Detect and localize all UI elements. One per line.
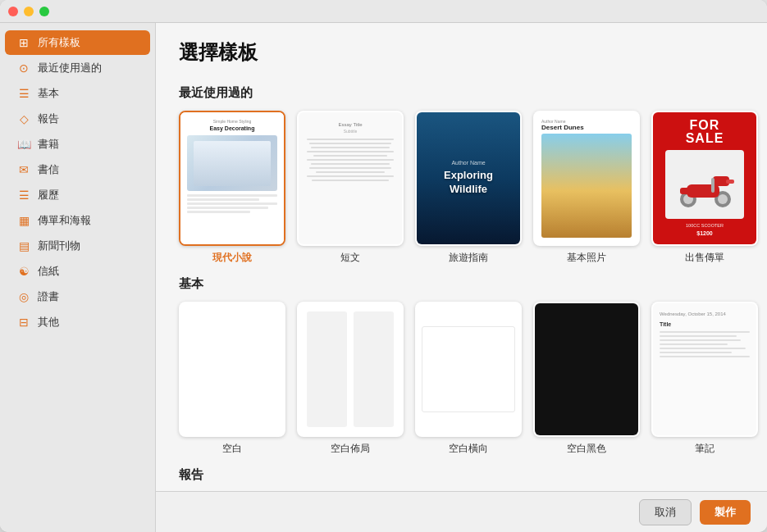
page-title: 選擇樣板 [179,39,744,66]
template-modern-novel[interactable]: Simple Home Styling Easy Decorating [179,111,285,265]
svg-rect-8 [726,180,734,184]
resume-icon: ☰ [16,189,31,202]
sidebar-item-all[interactable]: ⊞ 所有樣板 [5,30,150,55]
sidebar-item-label: 新聞刊物 [38,239,80,253]
template-thumb-blank[interactable] [179,302,285,437]
sidebar-item-cert[interactable]: ◎ 證書 [5,284,150,309]
minimize-button[interactable] [24,7,34,16]
basic-templates-row: 空白 空白佈局 [179,302,744,456]
titlebar [0,0,767,23]
template-label-blank-landscape: 空白橫向 [449,442,488,456]
close-button[interactable] [8,7,18,16]
diamond-icon: ◇ [16,112,31,125]
sidebar-item-label: 傳單和海報 [38,213,91,228]
sidebar: ⊞ 所有樣板 ⊙ 最近使用過的 ☰ 基本 ◇ 報告 📖 書籍 ✉ 書信 [0,23,156,532]
svg-rect-6 [711,178,714,193]
template-desert[interactable]: Author Name Desert Dunes 基本照片 [533,111,640,265]
main-content: ⊞ 所有樣板 ⊙ 最近使用過的 ☰ 基本 ◇ 報告 📖 書籍 ✉ 書信 [0,23,767,532]
template-label-essay: 短文 [340,251,360,265]
flyer-icon: ▦ [16,214,31,227]
sidebar-item-label: 信紙 [38,264,59,279]
right-panel: 選擇樣板 最近使用過的 Simple Home Styling Easy Dec… [156,23,767,532]
template-notes[interactable]: Wednesday, October 15, 2014 Title [651,302,758,456]
sidebar-item-news[interactable]: ▤ 新聞刊物 [5,234,150,258]
template-label-forsale: 出售傳單 [685,251,724,265]
news-icon: ▤ [16,239,31,252]
template-thumb-forsale[interactable]: FORSALE [651,111,758,246]
create-button[interactable]: 製作 [700,500,751,525]
recent-templates-row: Simple Home Styling Easy Decorating [179,111,744,265]
sidebar-item-resume[interactable]: ☰ 履歷 [5,183,150,207]
template-label-modern-novel: 現代小說 [212,251,252,265]
sidebar-item-basic[interactable]: ☰ 基本 [5,81,150,106]
stationery-icon: ☯ [16,265,31,278]
template-thumb-notes[interactable]: Wednesday, October 15, 2014 Title [651,302,758,437]
template-thumb-blank-layout[interactable] [297,302,404,437]
section-report-label: 報告 [179,467,744,483]
template-forsale[interactable]: FORSALE [651,111,758,265]
template-label-desert: 基本照片 [567,251,606,265]
sidebar-item-book[interactable]: 📖 書籍 [5,132,150,157]
template-blank-layout[interactable]: 空白佈局 [297,302,404,456]
svg-point-3 [718,194,728,204]
letter-icon: ✉ [16,163,31,176]
sidebar-item-letter[interactable]: ✉ 書信 [5,157,150,182]
sidebar-item-label: 證書 [38,289,59,304]
template-label-blank-black: 空白黑色 [567,442,606,456]
section-recent-label: 最近使用過的 [179,85,744,101]
template-thumb-essay[interactable]: Essay Title Subtitle [297,111,404,246]
template-thumb-desert[interactable]: Author Name Desert Dunes [533,111,640,246]
other-icon: ⊟ [16,316,31,329]
clock-icon: ⊙ [16,61,31,75]
sidebar-item-label: 所有樣板 [38,35,80,50]
list-icon: ☰ [16,87,31,100]
cancel-button[interactable]: 取消 [639,499,692,525]
template-thumb-modern-novel[interactable]: Simple Home Styling Easy Decorating [179,111,285,246]
sidebar-item-label: 書籍 [38,137,59,152]
book-icon: 📖 [16,138,31,151]
template-blank-black[interactable]: 空白黑色 [533,302,640,456]
zoom-button[interactable] [39,7,49,16]
grid-icon: ⊞ [16,36,31,49]
template-label-blank: 空白 [222,442,242,456]
sidebar-item-flyer[interactable]: ▦ 傳單和海報 [5,208,150,233]
template-thumb-blank-landscape[interactable] [415,302,522,437]
footer: 取消 製作 [156,491,767,532]
section-basic-label: 基本 [179,276,744,292]
cert-icon: ◎ [16,290,31,303]
svg-rect-7 [680,188,690,194]
sidebar-item-report[interactable]: ◇ 報告 [5,107,150,131]
template-thumb-travel[interactable]: Author Name ExploringWildlife [415,111,522,246]
sidebar-item-other[interactable]: ⊟ 其他 [5,310,150,334]
template-essay[interactable]: Essay Title Subtitle [297,111,404,265]
template-label-travel: 旅遊指南 [449,251,488,265]
sidebar-item-label: 其他 [38,315,59,330]
template-label-blank-layout: 空白佈局 [331,442,370,456]
sidebar-item-label: 報告 [38,111,59,126]
template-thumb-blank-black[interactable] [533,302,640,437]
template-label-notes: 筆記 [695,442,714,456]
sidebar-item-label: 書信 [38,162,59,177]
template-blank[interactable]: 空白 [179,302,285,456]
template-blank-landscape[interactable]: 空白橫向 [415,302,522,456]
panel-header: 選擇樣板 [156,23,767,74]
panel-scroll: 最近使用過的 Simple Home Styling Easy Decorati… [156,74,767,491]
sidebar-item-label: 基本 [38,86,59,101]
sidebar-item-stationery[interactable]: ☯ 信紙 [5,259,150,284]
sidebar-item-label: 履歷 [38,188,59,202]
template-travel[interactable]: Author Name ExploringWildlife 旅遊指南 [415,111,522,265]
window: ⊞ 所有樣板 ⊙ 最近使用過的 ☰ 基本 ◇ 報告 📖 書籍 ✉ 書信 [0,0,767,532]
sidebar-item-label: 最近使用過的 [38,61,102,75]
sidebar-item-recent[interactable]: ⊙ 最近使用過的 [5,56,150,80]
